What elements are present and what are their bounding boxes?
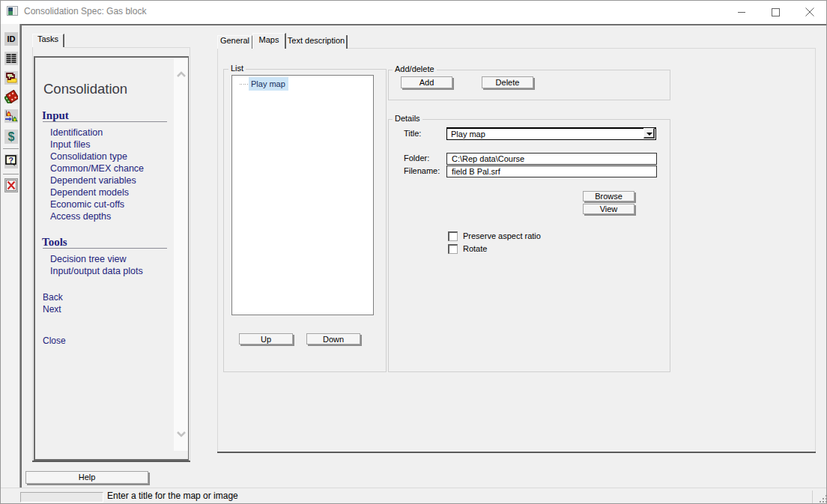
svg-text:?: ? bbox=[8, 156, 13, 165]
